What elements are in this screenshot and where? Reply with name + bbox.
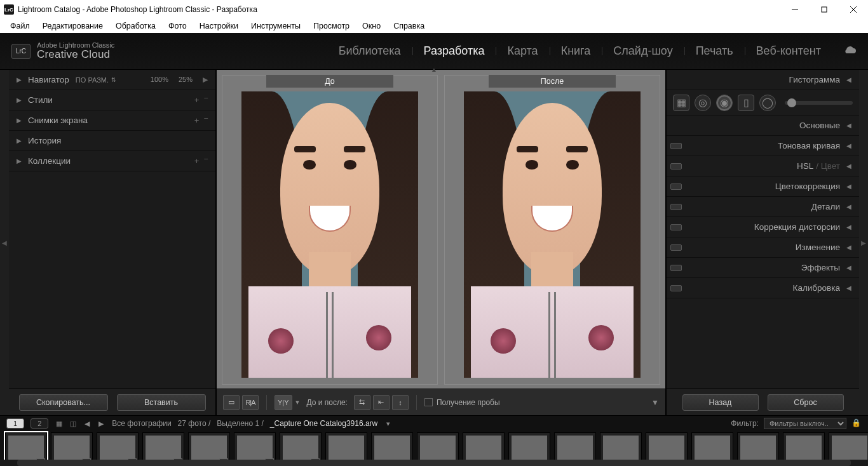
- thumbnail[interactable]: 12: [508, 432, 550, 460]
- thumbnail[interactable]: 11: [463, 432, 505, 460]
- thumbnail[interactable]: 3±: [97, 432, 139, 460]
- chevron-right-icon[interactable]: ▶: [203, 76, 208, 84]
- before-photo[interactable]: [241, 91, 418, 378]
- paste-button[interactable]: Вставить: [117, 394, 206, 411]
- monitor-2-button[interactable]: 2: [31, 418, 48, 429]
- right-panel-Калибровка[interactable]: Калибровка◀: [667, 278, 859, 298]
- menu-настройки[interactable]: Настройки: [193, 20, 245, 32]
- minus-icon[interactable]: _: [204, 91, 208, 101]
- before-after-lr-button[interactable]: Y|Y: [275, 395, 292, 410]
- after-photo[interactable]: [464, 91, 641, 378]
- menu-справка[interactable]: Справка: [387, 20, 431, 32]
- breadcrumb-all[interactable]: Все фотографии: [112, 419, 171, 428]
- thumbnail[interactable]: 10: [417, 432, 459, 460]
- module-Библиотека[interactable]: Библиотека: [327, 41, 412, 62]
- window-maximize-button[interactable]: [810, 0, 839, 19]
- module-Слайд-шоу[interactable]: Слайд-шоу: [602, 41, 684, 62]
- left-panel-Снимки экрана[interactable]: ▶Снимки экрана+_: [9, 110, 215, 131]
- panel-toggle-icon[interactable]: [670, 285, 682, 291]
- expand-right-strip[interactable]: ▶: [859, 70, 868, 415]
- redeye-tool-icon[interactable]: ◉: [716, 95, 733, 111]
- spot-tool-icon[interactable]: ◎: [695, 95, 711, 111]
- nav-fwd-icon[interactable]: ▶: [97, 419, 105, 428]
- thumbnail[interactable]: 19: [829, 432, 868, 460]
- panel-toggle-icon[interactable]: [670, 204, 682, 210]
- right-panel-Эффекты[interactable]: Эффекты◀: [667, 258, 859, 278]
- right-panel-Коррекция дисторсии[interactable]: Коррекция дисторсии◀: [667, 217, 859, 237]
- panel-toggle-icon[interactable]: [670, 163, 682, 170]
- thumbnail[interactable]: 8: [325, 432, 367, 460]
- window-minimize-button[interactable]: [780, 0, 810, 19]
- right-panel-Цветокоррекция[interactable]: Цветокоррекция◀: [667, 176, 859, 197]
- plus-icon[interactable]: +: [194, 95, 200, 105]
- copy-button[interactable]: Скопировать...: [19, 394, 108, 411]
- left-panel-Стили[interactable]: ▶Стили+_: [9, 90, 215, 110]
- panel-toggle-icon[interactable]: [670, 183, 682, 190]
- copy-both-button[interactable]: ↕: [392, 395, 409, 410]
- menu-просмотр[interactable]: Просмотр: [307, 20, 356, 32]
- thumbnail[interactable]: 13: [554, 432, 596, 460]
- nav-back-icon[interactable]: ◀: [83, 419, 92, 428]
- navigator-zoom-25[interactable]: 25%: [179, 76, 193, 84]
- back-button[interactable]: Назад: [682, 394, 759, 411]
- crop-tool-icon[interactable]: ▦: [673, 95, 689, 111]
- gradient-tool-icon[interactable]: ▯: [738, 95, 754, 111]
- menu-фото[interactable]: Фото: [162, 20, 193, 32]
- right-panel-Детали[interactable]: Детали◀: [667, 197, 859, 217]
- grid-view-icon[interactable]: ▦: [55, 419, 64, 428]
- minus-icon[interactable]: _: [204, 112, 208, 121]
- ref-view-button[interactable]: R|A: [242, 395, 259, 410]
- panel-toggle-icon[interactable]: [670, 265, 682, 271]
- thumbnail[interactable]: 1±: [5, 432, 47, 460]
- cloud-sync-icon[interactable]: [843, 45, 857, 58]
- menu-окно[interactable]: Окно: [356, 20, 387, 32]
- navigator-panel-header[interactable]: ▶ Навигатор ПО РАЗМ. ⇅ 100% 25% ▶: [9, 70, 215, 90]
- reset-button[interactable]: Сброс: [768, 394, 844, 411]
- swap-button[interactable]: ⇆: [354, 395, 370, 410]
- histogram-header[interactable]: Гистограмма ◀: [667, 70, 859, 90]
- thumbnail[interactable]: 17: [737, 432, 779, 460]
- filmstrip-scrollbar[interactable]: [0, 460, 868, 466]
- thumbnail[interactable]: 4±: [142, 432, 184, 460]
- navigator-mode[interactable]: ПО РАЗМ.: [76, 76, 109, 84]
- module-Веб-контент[interactable]: Веб-контент: [745, 41, 832, 62]
- breadcrumb-filename[interactable]: _Capture One Catalog3916.arw: [270, 419, 377, 428]
- left-panel-История[interactable]: ▶История: [9, 131, 215, 151]
- expand-left-strip[interactable]: ◀: [0, 70, 9, 415]
- module-Печать[interactable]: Печать: [684, 41, 745, 62]
- right-panel-Тоновая кривая[interactable]: Тоновая кривая◀: [667, 136, 859, 156]
- menu-редактирование[interactable]: Редактирование: [36, 20, 109, 32]
- soft-proof-checkbox[interactable]: Получение пробы: [424, 398, 500, 407]
- navigator-zoom-100[interactable]: 100%: [151, 76, 168, 84]
- updown-icon[interactable]: ⇅: [111, 77, 116, 83]
- module-Карта[interactable]: Карта: [496, 41, 549, 62]
- thumbnail[interactable]: 6±: [234, 432, 276, 460]
- square-view-icon[interactable]: ◫: [69, 419, 78, 428]
- thumbnail[interactable]: 9: [371, 432, 413, 460]
- right-panel-HSL[interactable]: HSL / Цвет◀: [667, 156, 859, 176]
- panel-toggle-icon[interactable]: [670, 244, 682, 251]
- radial-tool-icon[interactable]: ◯: [759, 95, 776, 111]
- toolbar-dropdown[interactable]: ▼: [651, 398, 659, 407]
- right-panel-Основные[interactable]: Основные◀: [667, 116, 859, 136]
- panel-toggle-icon[interactable]: [670, 143, 682, 149]
- menu-обработка[interactable]: Обработка: [109, 20, 162, 32]
- right-panel-Изменение[interactable]: Изменение◀: [667, 237, 859, 258]
- chevron-down-icon[interactable]: ▾: [384, 419, 393, 428]
- plus-icon[interactable]: +: [194, 156, 200, 166]
- thumbnail[interactable]: 7±: [280, 432, 322, 460]
- thumbnail[interactable]: 14: [600, 432, 642, 460]
- loupe-view-button[interactable]: ▭: [223, 395, 240, 410]
- copy-left-button[interactable]: ⇤: [373, 395, 390, 410]
- module-Книга[interactable]: Книга: [550, 41, 602, 62]
- brush-size-slider[interactable]: [785, 101, 853, 105]
- monitor-1-button[interactable]: 1: [6, 418, 24, 429]
- thumbnail[interactable]: 5±: [188, 432, 230, 460]
- minus-icon[interactable]: _: [204, 152, 208, 162]
- lock-icon[interactable]: 🔒: [851, 418, 862, 429]
- window-close-button[interactable]: [839, 0, 868, 19]
- filter-dropdown[interactable]: Фильтры выключ..: [764, 418, 846, 429]
- left-panel-Коллекции[interactable]: ▶Коллекции+_: [9, 151, 215, 171]
- thumbnail[interactable]: 15: [646, 432, 688, 460]
- module-Разработка[interactable]: Разработка: [412, 41, 496, 62]
